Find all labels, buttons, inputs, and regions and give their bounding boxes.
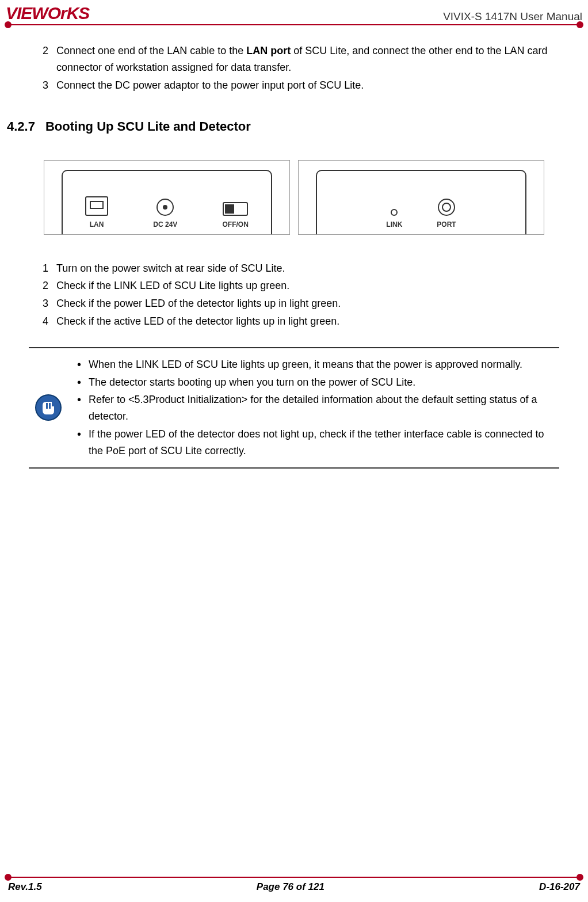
- footer-row: Rev.1.5 Page 76 of 121 D-16-207: [6, 881, 582, 893]
- note-bullet: The detector starts booting up when you …: [77, 374, 557, 391]
- lan-port-icon: [85, 196, 108, 216]
- page-content: 2 Connect one end of the LAN cable to th…: [0, 25, 588, 469]
- list-item: 2 Check if the LINK LED of SCU Lite ligh…: [29, 277, 559, 294]
- note-text-cell: When the LINK LED of SCU Lite lights up …: [77, 355, 557, 460]
- link-label: LINK: [386, 219, 402, 230]
- note-icon-cell: [31, 394, 66, 421]
- doc-id: D-16-207: [539, 881, 580, 893]
- link-led-group: LINK: [386, 209, 402, 230]
- dc-port-group: DC 24V: [153, 199, 177, 230]
- note-bullet: If the power LED of the detector does no…: [77, 426, 557, 459]
- header-rule: [6, 24, 582, 25]
- list-item: 3 Connect the DC power adaptor to the po…: [29, 77, 559, 94]
- item-text: Check if the power LED of the detector l…: [56, 295, 559, 312]
- note-bullet: When the LINK LED of SCU Lite lights up …: [77, 356, 557, 373]
- lan-label: LAN: [90, 219, 104, 230]
- rule-dot-right: [576, 21, 583, 28]
- diagram-row: LAN DC 24V OFF/ON LINK: [44, 160, 544, 235]
- document-title: VIVIX-S 1417N User Manual: [443, 10, 582, 23]
- dc-label: DC 24V: [153, 219, 177, 230]
- page-footer: Rev.1.5 Page 76 of 121 D-16-207: [6, 877, 582, 893]
- switch-group: OFF/ON: [223, 202, 249, 230]
- rule-dot-right: [576, 874, 583, 881]
- link-led-icon: [391, 209, 398, 216]
- item-text: Turn on the power switch at rear side of…: [56, 260, 559, 277]
- scu-rear-diagram: LAN DC 24V OFF/ON: [44, 160, 290, 235]
- list-item: 2 Connect one end of the LAN cable to th…: [29, 43, 559, 76]
- item-text: Connect one end of the LAN cable to the …: [56, 43, 559, 76]
- rule-dot-left: [5, 21, 12, 28]
- lan-port-group: LAN: [85, 196, 108, 230]
- revision-label: Rev.1.5: [8, 881, 42, 893]
- list-item: 4 Check if the active LED of the detecto…: [29, 313, 559, 330]
- port-conn-group: PORT: [437, 199, 456, 230]
- rule-dot-left: [5, 874, 12, 881]
- note-bullet-list: When the LINK LED of SCU Lite lights up …: [77, 356, 557, 459]
- section-title: Booting Up SCU Lite and Detector: [45, 116, 251, 136]
- power-switch-icon: [223, 202, 248, 216]
- switch-label: OFF/ON: [223, 219, 249, 230]
- item-number: 2: [43, 43, 51, 76]
- svg-rect-2: [49, 403, 51, 409]
- item-text: Check if the active LED of the detector …: [56, 313, 559, 330]
- footer-rule: [6, 877, 582, 878]
- page-header: VIEWOrKS VIVIX-S 1417N User Manual: [0, 0, 588, 24]
- item-number: 4: [43, 313, 51, 330]
- intro-steps-list: 2 Connect one end of the LAN cable to th…: [29, 43, 559, 93]
- device-outline: LAN DC 24V OFF/ON: [62, 170, 272, 234]
- item-number: 2: [43, 277, 51, 294]
- section-heading: 4.2.7 Booting Up SCU Lite and Detector: [7, 116, 559, 136]
- page-number: Page 76 of 121: [257, 881, 324, 893]
- device-outline: LINK PORT: [316, 170, 526, 234]
- note-box: When the LINK LED of SCU Lite lights up …: [29, 347, 559, 469]
- port-connector-icon: [438, 199, 455, 216]
- bold-text: LAN port: [246, 45, 291, 56]
- boot-steps-list: 1 Turn on the power switch at rear side …: [29, 260, 559, 330]
- scu-front-diagram: LINK PORT: [298, 160, 544, 235]
- list-item: 1 Turn on the power switch at rear side …: [29, 260, 559, 277]
- svg-rect-1: [46, 403, 48, 409]
- section-number: 4.2.7: [7, 116, 35, 136]
- item-number: 1: [43, 260, 51, 277]
- dc-jack-icon: [156, 199, 174, 216]
- list-item: 3 Check if the power LED of the detector…: [29, 295, 559, 312]
- item-number: 3: [43, 77, 51, 94]
- note-bullet: Refer to <5.3Product Initialization> for…: [77, 391, 557, 425]
- port-label: PORT: [437, 219, 456, 230]
- text-part: Connect one end of the LAN cable to the: [56, 45, 246, 56]
- item-number: 3: [43, 295, 51, 312]
- item-text: Connect the DC power adaptor to the powe…: [56, 77, 559, 94]
- item-text: Check if the LINK LED of SCU Lite lights…: [56, 277, 559, 294]
- brand-logo: VIEWOrKS: [6, 3, 89, 23]
- info-hand-icon: [35, 394, 62, 421]
